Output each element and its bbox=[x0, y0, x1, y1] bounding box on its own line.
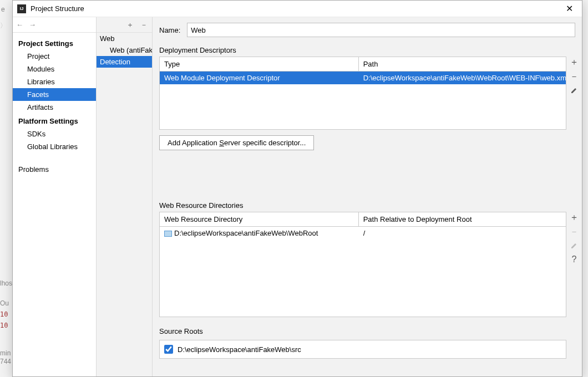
sidebar-item-libraries[interactable]: Libraries bbox=[13, 75, 96, 88]
sidebar-heading-platform: Platform Settings bbox=[13, 114, 96, 128]
facets-tree: ＋ － Web Web (antiFakeWeb) Detection bbox=[97, 17, 153, 376]
table-row[interactable]: Web Module Deployment Descriptor D:\ecli… bbox=[160, 72, 566, 84]
edit-icon[interactable] bbox=[570, 86, 578, 94]
bg-text: 〉 bbox=[0, 21, 7, 30]
deployment-descriptors-label: Deployment Descriptors bbox=[159, 45, 582, 57]
window-title: Project Structure bbox=[31, 4, 561, 13]
forward-icon[interactable]: → bbox=[29, 21, 36, 29]
add-icon[interactable]: ＋ bbox=[570, 58, 579, 67]
source-root-checkbox[interactable] bbox=[164, 345, 173, 354]
column-web-resource-dir[interactable]: Web Resource Directory bbox=[160, 212, 359, 226]
sidebar-item-project[interactable]: Project bbox=[13, 50, 96, 63]
remove-icon[interactable]: － bbox=[570, 72, 579, 81]
settings-sidebar: ← → Project Settings Project Modules Lib… bbox=[13, 17, 97, 376]
column-path-relative[interactable]: Path Relative to Deployment Root bbox=[359, 212, 566, 226]
app-icon bbox=[17, 4, 26, 13]
cell-rel: / bbox=[359, 227, 566, 240]
tree-node-web[interactable]: Web bbox=[97, 33, 152, 44]
sidebar-item-sdks[interactable]: SDKs bbox=[13, 128, 96, 140]
add-icon[interactable]: ＋ bbox=[126, 20, 134, 30]
remove-icon: － bbox=[570, 227, 579, 236]
bg-text: e bbox=[1, 6, 5, 13]
back-icon[interactable]: ← bbox=[16, 21, 23, 29]
bg-text: lhos bbox=[0, 279, 12, 287]
sidebar-item-modules[interactable]: Modules bbox=[13, 63, 96, 75]
titlebar: Project Structure ✕ bbox=[13, 1, 582, 17]
bg-text: 10 bbox=[0, 310, 8, 318]
folder-icon bbox=[164, 231, 172, 237]
source-roots-label: Source Roots bbox=[159, 326, 582, 338]
help-icon[interactable]: ? bbox=[572, 255, 577, 264]
bg-text: 744 bbox=[0, 358, 11, 365]
sidebar-item-global-libraries[interactable]: Global Libraries bbox=[13, 140, 96, 153]
bg-text: 10 bbox=[0, 322, 8, 329]
sidebar-heading-project: Project Settings bbox=[13, 36, 96, 50]
bg-text: Ou bbox=[0, 299, 9, 307]
deployment-descriptors-table: Type Path Web Module Deployment Descript… bbox=[159, 57, 566, 130]
tree-node-label: Web (antiFakeWeb) bbox=[110, 46, 152, 54]
table-row[interactable]: D:\eclipseWorkspace\antiFakeWeb\WebRoot … bbox=[160, 227, 566, 240]
tree-node-detection[interactable]: Detection bbox=[97, 56, 152, 68]
facet-name-input[interactable] bbox=[187, 23, 575, 37]
add-server-descriptor-button[interactable]: Add Application Server specific descript… bbox=[159, 135, 314, 150]
cell-dir: D:\eclipseWorkspace\antiFakeWeb\WebRoot bbox=[160, 227, 359, 240]
source-root-path: D:\eclipseWorkspace\antiFakeWeb\src bbox=[178, 345, 301, 354]
remove-icon[interactable]: － bbox=[140, 20, 148, 30]
column-path[interactable]: Path bbox=[359, 57, 566, 71]
project-structure-dialog: Project Structure ✕ ← → Project Settings… bbox=[12, 0, 582, 377]
facet-details-panel: Name: Deployment Descriptors Type Path W… bbox=[153, 17, 582, 376]
web-resource-dirs-label: Web Resource Directories bbox=[159, 200, 582, 212]
sidebar-item-problems[interactable]: Problems bbox=[13, 163, 96, 176]
tree-node-web-module[interactable]: Web (antiFakeWeb) bbox=[97, 44, 152, 56]
add-icon[interactable]: ＋ bbox=[570, 213, 579, 222]
cell-path: D:\eclipseWorkspace\antiFakeWeb\WebRoot\… bbox=[359, 72, 566, 84]
close-icon[interactable]: ✕ bbox=[561, 3, 577, 14]
sidebar-item-facets[interactable]: Facets bbox=[13, 88, 96, 101]
bg-text: min bbox=[0, 349, 11, 357]
source-roots-list: D:\eclipseWorkspace\antiFakeWeb\src bbox=[159, 340, 566, 359]
web-resource-dirs-table: Web Resource Directory Path Relative to … bbox=[159, 212, 566, 317]
sidebar-nav: ← → bbox=[13, 17, 96, 33]
sidebar-item-artifacts[interactable]: Artifacts bbox=[13, 101, 96, 114]
name-label: Name: bbox=[159, 26, 180, 34]
column-type[interactable]: Type bbox=[160, 57, 359, 71]
cell-type: Web Module Deployment Descriptor bbox=[160, 72, 359, 84]
edit-icon bbox=[570, 242, 578, 249]
